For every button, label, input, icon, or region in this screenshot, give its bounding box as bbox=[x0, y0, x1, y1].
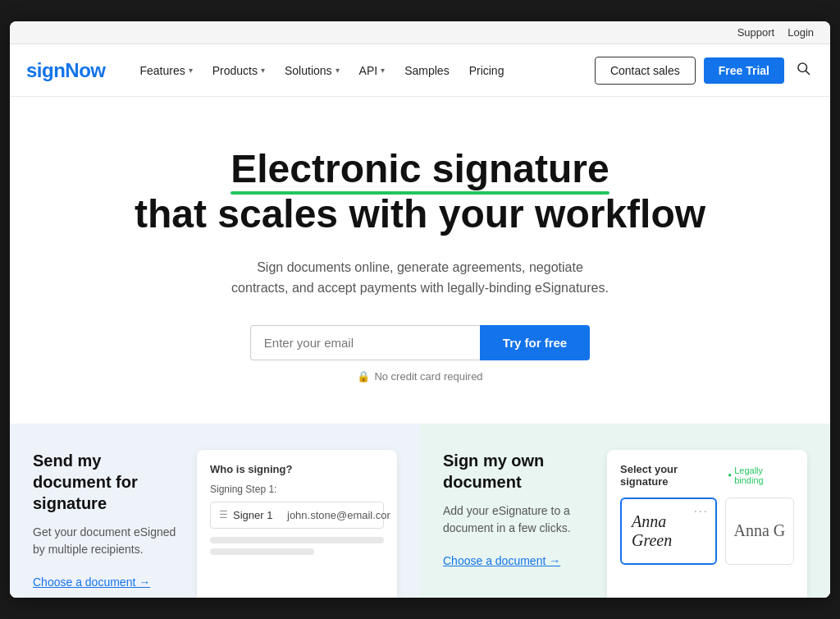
hero-section: Electronic signature that scales with yo… bbox=[10, 97, 830, 424]
card-right-preview: Select your signature Legally binding ··… bbox=[607, 450, 807, 598]
browser-frame: Support Login signNow Features ▾ Product… bbox=[10, 21, 830, 598]
chevron-down-icon: ▾ bbox=[381, 66, 385, 75]
preview-lines bbox=[210, 537, 384, 555]
nav-item-products[interactable]: Products ▾ bbox=[204, 57, 273, 84]
lock-icon: 🔒 bbox=[357, 370, 370, 383]
signer-email: john.stone@email.cor bbox=[287, 509, 390, 521]
signing-step-label: Signing Step 1: bbox=[210, 484, 384, 495]
card-right-link[interactable]: Choose a document → bbox=[443, 554, 560, 567]
card-left-link[interactable]: Choose a document → bbox=[33, 575, 150, 589]
signature-option-1[interactable]: ··· Anna Green bbox=[620, 497, 717, 565]
legally-binding-badge: Legally binding bbox=[728, 465, 794, 485]
hero-title-part2: that scales with your workflow bbox=[135, 192, 705, 236]
signature-option-2[interactable]: Anna G bbox=[725, 497, 794, 565]
chevron-down-icon: ▾ bbox=[189, 66, 193, 75]
preview-line bbox=[210, 537, 384, 543]
contact-sales-button[interactable]: Contact sales bbox=[595, 57, 696, 85]
card-right-text: Sign my own document Add your eSignature… bbox=[443, 450, 607, 598]
no-credit-card-notice: 🔒 No credit card required bbox=[26, 370, 814, 383]
hero-title: Electronic signature that scales with yo… bbox=[26, 146, 814, 236]
preview-line-short bbox=[210, 548, 314, 555]
chevron-down-icon: ▾ bbox=[336, 66, 340, 75]
nav-links: Features ▾ Products ▾ Solutions ▾ API ▾ … bbox=[132, 57, 595, 84]
nav-item-solutions[interactable]: Solutions ▾ bbox=[276, 57, 348, 84]
sig-select-label: Select your signature Legally binding bbox=[620, 463, 794, 488]
card-send-document: Send my document for signature Get your … bbox=[10, 424, 420, 598]
svg-line-1 bbox=[806, 71, 809, 75]
chevron-down-icon: ▾ bbox=[261, 66, 265, 75]
who-signing-label: Who is signing? bbox=[210, 463, 384, 475]
card-left-preview: Who is signing? Signing Step 1: ☰ Signer… bbox=[197, 450, 397, 598]
card-left-desc: Get your document eSigned by multiple re… bbox=[33, 524, 184, 558]
card-left-text: Send my document for signature Get your … bbox=[33, 450, 197, 598]
free-trial-button[interactable]: Free Trial bbox=[704, 57, 784, 84]
signer-name: Signer 1 bbox=[233, 509, 282, 521]
card-left-title: Send my document for signature bbox=[33, 450, 184, 514]
sig-options: ··· Anna Green Anna G bbox=[620, 497, 794, 565]
hero-form: Try for free bbox=[26, 325, 814, 360]
signer-icon: ☰ bbox=[219, 509, 228, 520]
search-button[interactable] bbox=[792, 57, 814, 83]
nav-item-pricing[interactable]: Pricing bbox=[461, 57, 513, 84]
hero-subtitle: Sign documents online, generate agreemen… bbox=[231, 257, 609, 299]
nav-item-samples[interactable]: Samples bbox=[396, 57, 457, 84]
utility-bar: Support Login bbox=[10, 21, 830, 44]
more-options-icon: ··· bbox=[694, 504, 709, 517]
support-link[interactable]: Support bbox=[737, 26, 775, 39]
search-icon bbox=[796, 61, 810, 76]
signature-text-2: Anna G bbox=[733, 521, 785, 540]
nav-item-features[interactable]: Features ▾ bbox=[132, 57, 201, 84]
signer-row: ☰ Signer 1 john.stone@email.cor bbox=[210, 502, 384, 529]
card-sign-own: Sign my own document Add your eSignature… bbox=[420, 424, 830, 598]
main-nav: signNow Features ▾ Products ▾ Solutions … bbox=[10, 44, 830, 97]
login-link[interactable]: Login bbox=[788, 26, 814, 39]
signature-text-1: Anna Green bbox=[632, 512, 705, 550]
nav-actions: Contact sales Free Trial bbox=[595, 57, 814, 85]
hero-title-part1: Electronic signature bbox=[231, 146, 609, 191]
nav-item-api[interactable]: API ▾ bbox=[351, 57, 394, 84]
card-right-desc: Add your eSignature to a document in a f… bbox=[443, 502, 594, 537]
logo[interactable]: signNow bbox=[26, 59, 106, 82]
card-right-title: Sign my own document bbox=[443, 450, 594, 493]
cards-section: Send my document for signature Get your … bbox=[10, 424, 830, 598]
email-input[interactable] bbox=[250, 325, 480, 360]
try-for-free-button[interactable]: Try for free bbox=[480, 325, 590, 360]
